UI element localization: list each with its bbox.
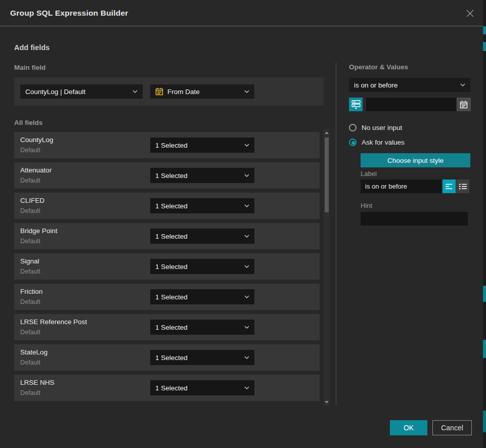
edge-accent-segment (483, 26, 486, 34)
field-row: Signal Default 1 Selected (14, 253, 320, 280)
field-count-dropdown[interactable]: 1 Selected (150, 168, 254, 183)
add-fields-heading: Add fields (14, 43, 50, 52)
scrollbar-thumb[interactable] (325, 138, 329, 212)
field-subtitle: Default (20, 238, 40, 245)
operator-values-heading: Operator & Values (349, 63, 408, 71)
field-count-dropdown[interactable]: 1 Selected (150, 320, 254, 335)
field-count-dropdown[interactable]: 1 Selected (150, 198, 254, 213)
field-name: Attenuator (20, 166, 52, 174)
field-row: Bridge Point Default 1 Selected (14, 223, 320, 249)
field-count-value: 1 Selected (155, 142, 241, 149)
radio-label: No user input (362, 124, 402, 131)
main-field-panel: CountyLog | Default From Date (14, 77, 324, 106)
operator-dropdown-value: is on or before (354, 81, 457, 89)
panel-divider (336, 63, 336, 406)
scrollbar-up-arrow-icon[interactable] (325, 131, 329, 134)
radio-no-user-input[interactable]: No user input (349, 124, 402, 131)
field-count-dropdown[interactable]: 1 Selected (150, 138, 254, 153)
field-row: StateLog Default 1 Selected (14, 344, 320, 371)
field-row: LRSE Reference Post Default 1 Selected (14, 314, 320, 340)
list-style-button[interactable] (456, 180, 469, 193)
field-row: Attenuator Default 1 Selected (14, 162, 320, 189)
align-left-lines-icon (446, 184, 453, 190)
main-layer-dropdown-value: CountyLog | Default (25, 88, 129, 96)
field-count-value: 1 Selected (155, 293, 241, 301)
radio-circle-icon (349, 124, 357, 131)
choose-input-style-button[interactable]: Choose input style (361, 153, 470, 167)
field-name: CountyLog (20, 136, 53, 144)
field-count-dropdown[interactable]: 1 Selected (150, 350, 254, 365)
field-count-dropdown[interactable]: 1 Selected (150, 229, 254, 244)
chevron-down-icon (244, 174, 249, 177)
main-date-field-dropdown[interactable]: From Date (150, 84, 254, 99)
chevron-down-icon (244, 326, 249, 329)
all-fields-label: All fields (14, 119, 42, 126)
date-picker-button[interactable] (457, 98, 471, 111)
label-field-label: Label (361, 170, 377, 177)
field-count-dropdown[interactable]: 1 Selected (150, 259, 254, 274)
field-subtitle: Default (20, 329, 40, 336)
main-date-field-value: From Date (167, 88, 241, 96)
field-name: Bridge Point (20, 227, 58, 235)
field-count-value: 1 Selected (155, 384, 241, 392)
field-row: Friction Default 1 Selected (14, 284, 320, 310)
ok-button[interactable]: OK (390, 420, 427, 435)
field-subtitle: Default (20, 177, 40, 184)
field-subtitle: Default (20, 147, 40, 154)
field-row: CountyLog Default 1 Selected (14, 132, 320, 158)
chevron-down-icon (244, 356, 249, 359)
radio-label: Ask for values (362, 139, 405, 146)
label-input[interactable] (361, 180, 441, 193)
dialog-header: Group SQL Expression Builder (0, 0, 483, 26)
stacked-inputs-icon (351, 100, 361, 109)
field-name: LRSE Reference Post (20, 318, 87, 326)
field-count-dropdown[interactable]: 1 Selected (150, 380, 254, 395)
value-type-button[interactable] (349, 98, 363, 111)
single-line-style-button[interactable] (443, 180, 456, 193)
close-button[interactable] (464, 7, 476, 19)
chevron-down-icon (244, 295, 249, 298)
radio-circle-icon (349, 139, 357, 146)
group-sql-expression-builder-dialog: Group SQL Expression Builder Add fields … (0, 0, 486, 448)
field-name: LRSE NHS (20, 379, 55, 386)
chevron-down-icon (244, 265, 249, 268)
chevron-down-icon (460, 83, 465, 86)
field-subtitle: Default (20, 268, 40, 275)
field-count-value: 1 Selected (155, 172, 241, 180)
field-subtitle: Default (20, 359, 40, 366)
operator-dropdown[interactable]: is on or before (349, 78, 470, 92)
field-row: CLIFED Default 1 Selected (14, 193, 320, 219)
date-value-input[interactable] (366, 98, 456, 111)
field-name: Friction (20, 288, 42, 295)
cancel-button[interactable]: Cancel (432, 420, 472, 435)
chevron-down-icon (244, 204, 249, 207)
field-name: StateLog (20, 348, 48, 356)
hint-input[interactable] (361, 212, 468, 226)
edge-accent-segment (483, 340, 486, 358)
field-count-value: 1 Selected (155, 233, 241, 240)
close-icon (466, 9, 474, 18)
field-subtitle: Default (20, 207, 40, 214)
field-subtitle: Default (20, 298, 40, 305)
bullet-list-icon (459, 184, 467, 190)
field-name: CLIFED (20, 197, 45, 204)
field-count-value: 1 Selected (155, 324, 241, 331)
dialog-title: Group SQL Expression Builder (10, 0, 128, 26)
calendar-icon (460, 101, 468, 109)
edge-accent-segment (483, 42, 486, 51)
field-count-dropdown[interactable]: 1 Selected (150, 289, 254, 304)
chevron-down-icon (244, 235, 249, 238)
radio-ask-for-values[interactable]: Ask for values (349, 139, 405, 146)
calendar-icon (155, 87, 163, 96)
field-count-value: 1 Selected (155, 263, 241, 271)
scrollbar-down-arrow-icon[interactable] (325, 401, 329, 404)
right-edge-strip (483, 0, 486, 448)
hint-field-label: Hint (361, 202, 372, 209)
list-scrollbar[interactable] (324, 129, 330, 406)
field-count-value: 1 Selected (155, 202, 241, 210)
main-layer-dropdown[interactable]: CountyLog | Default (20, 84, 143, 99)
field-subtitle: Default (20, 389, 40, 396)
field-count-value: 1 Selected (155, 354, 241, 362)
chevron-down-icon (244, 90, 249, 93)
chevron-down-icon (132, 90, 138, 93)
